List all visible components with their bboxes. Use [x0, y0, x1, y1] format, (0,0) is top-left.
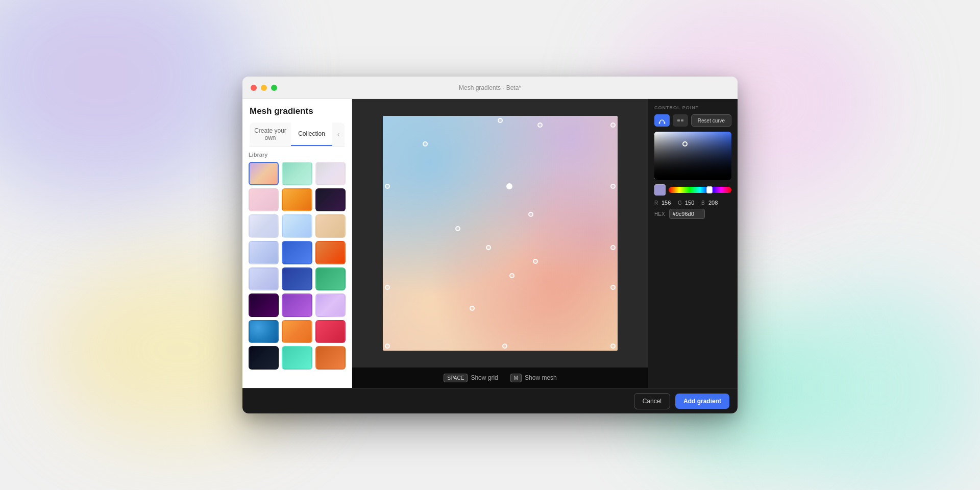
left-panel: Mesh gradients Create your own Collectio… — [242, 99, 352, 388]
gradient-thumb-2[interactable] — [282, 162, 312, 185]
app-window: Mesh gradients - Beta* Mesh gradients Cr… — [242, 77, 738, 413]
control-point-9[interactable] — [528, 212, 533, 217]
gradient-thumb-19[interactable] — [249, 320, 279, 344]
control-point-14[interactable] — [385, 285, 390, 290]
add-gradient-button[interactable]: Add gradient — [675, 394, 729, 409]
gradient-thumb-20[interactable] — [282, 320, 312, 344]
tabs-container: Create your own Collection ‹ — [250, 122, 345, 146]
tab-collection[interactable]: Collection — [291, 122, 332, 146]
show-grid-label: Show grid — [471, 374, 498, 381]
gradient-thumb-15[interactable] — [315, 267, 346, 291]
bezier-icon — [658, 117, 666, 124]
gradient-thumb-23[interactable] — [282, 346, 312, 370]
gradient-thumb-13[interactable] — [249, 267, 279, 291]
gradient-thumb-14[interactable] — [282, 267, 312, 291]
gradient-thumb-6[interactable] — [315, 188, 346, 212]
color-pick-cursor — [682, 141, 688, 146]
library-section: Library — [242, 146, 352, 388]
canvas-area: SPACE Show grid M Show mesh — [352, 99, 648, 388]
bottom-bar: Cancel Add gradient — [242, 388, 738, 413]
svg-rect-2 — [677, 119, 680, 121]
gradient-thumb-12[interactable] — [315, 241, 346, 264]
control-point-6[interactable] — [506, 183, 512, 189]
control-point-3[interactable] — [537, 122, 543, 128]
gradient-canvas[interactable] — [383, 116, 618, 351]
gradient-thumb-1[interactable] — [249, 162, 279, 185]
gradient-thumb-8[interactable] — [282, 214, 312, 238]
color-preview-row — [654, 184, 731, 195]
canvas-workspace[interactable] — [352, 99, 648, 368]
control-point-5[interactable] — [385, 184, 390, 189]
panel-header: Mesh gradients Create your own Collectio… — [242, 99, 352, 146]
gradient-thumb-3[interactable] — [315, 162, 346, 185]
show-mesh-label: Show mesh — [525, 374, 557, 381]
tab-chevron-icon[interactable]: ‹ — [332, 122, 345, 146]
control-point-1[interactable] — [498, 118, 503, 123]
reset-curve-button[interactable]: Reset curve — [691, 114, 731, 127]
g-label: G — [678, 200, 683, 206]
canvas-toolbar: SPACE Show grid M Show mesh — [352, 368, 648, 388]
g-value: 150 — [685, 200, 699, 206]
hex-row: HEX — [654, 209, 731, 219]
control-point-18[interactable] — [610, 344, 616, 349]
b-label: B — [701, 200, 706, 206]
control-point-11[interactable] — [610, 245, 616, 250]
r-label: R — [654, 200, 659, 206]
control-point-12[interactable] — [509, 273, 514, 278]
gradient-thumb-17[interactable] — [282, 293, 312, 317]
gradient-thumb-18[interactable] — [315, 293, 346, 317]
window-title: Mesh gradients - Beta* — [459, 84, 521, 91]
bg-blob-purple — [0, 0, 255, 204]
color-area-gradient — [654, 132, 731, 180]
hex-input[interactable] — [669, 209, 705, 219]
panel-title: Mesh gradients — [250, 106, 345, 116]
m-key: M — [510, 374, 522, 382]
control-point-7[interactable] — [610, 184, 616, 189]
gradient-thumb-22[interactable] — [249, 346, 279, 370]
traffic-lights — [251, 85, 277, 91]
library-label: Library — [249, 152, 346, 158]
space-key: SPACE — [444, 374, 468, 382]
b-value: 208 — [708, 200, 723, 206]
cp-tool-bezier-active[interactable] — [654, 114, 670, 127]
gradient-thumb-4[interactable] — [249, 188, 279, 212]
svg-rect-3 — [681, 119, 683, 121]
control-point-8[interactable] — [455, 226, 460, 231]
color-picker-area[interactable] — [654, 132, 731, 180]
gradient-thumb-24[interactable] — [315, 346, 346, 370]
tab-create-your-own[interactable]: Create your own — [250, 122, 291, 146]
r-value: 156 — [662, 200, 676, 206]
gradient-grid — [249, 162, 346, 370]
linear-icon — [677, 117, 684, 124]
svg-point-0 — [659, 122, 660, 124]
control-point-16[interactable] — [385, 344, 390, 349]
hue-thumb[interactable] — [706, 186, 713, 193]
control-point-15[interactable] — [470, 306, 475, 311]
gradient-thumb-16[interactable] — [249, 293, 279, 317]
control-point-4[interactable] — [610, 122, 616, 128]
color-swatch[interactable] — [654, 184, 666, 195]
control-point-19[interactable] — [610, 285, 616, 290]
control-point-2[interactable] — [423, 141, 428, 146]
minimize-button[interactable] — [261, 85, 267, 91]
gradient-thumb-5[interactable] — [282, 188, 312, 212]
control-point-17[interactable] — [502, 344, 507, 349]
title-bar: Mesh gradients - Beta* — [242, 77, 738, 99]
svg-point-1 — [664, 122, 666, 124]
window-body: Mesh gradients Create your own Collectio… — [242, 99, 738, 388]
gradient-thumb-7[interactable] — [249, 214, 279, 238]
gradient-thumb-9[interactable] — [315, 214, 346, 238]
maximize-button[interactable] — [271, 85, 277, 91]
cp-tool-linear[interactable] — [673, 114, 688, 127]
control-point-label: CONTROL POINT — [654, 105, 731, 110]
control-point-10[interactable] — [486, 245, 491, 250]
cancel-button[interactable]: Cancel — [634, 393, 670, 409]
control-point-13[interactable] — [533, 259, 538, 264]
hue-slider[interactable] — [669, 187, 731, 193]
gradient-thumb-10[interactable] — [249, 241, 279, 264]
hex-label: HEX — [654, 211, 665, 217]
gradient-thumb-11[interactable] — [282, 241, 312, 264]
close-button[interactable] — [251, 85, 257, 91]
gradient-thumb-21[interactable] — [315, 320, 346, 344]
rgb-row: R 156 G 150 B 208 — [654, 200, 731, 206]
